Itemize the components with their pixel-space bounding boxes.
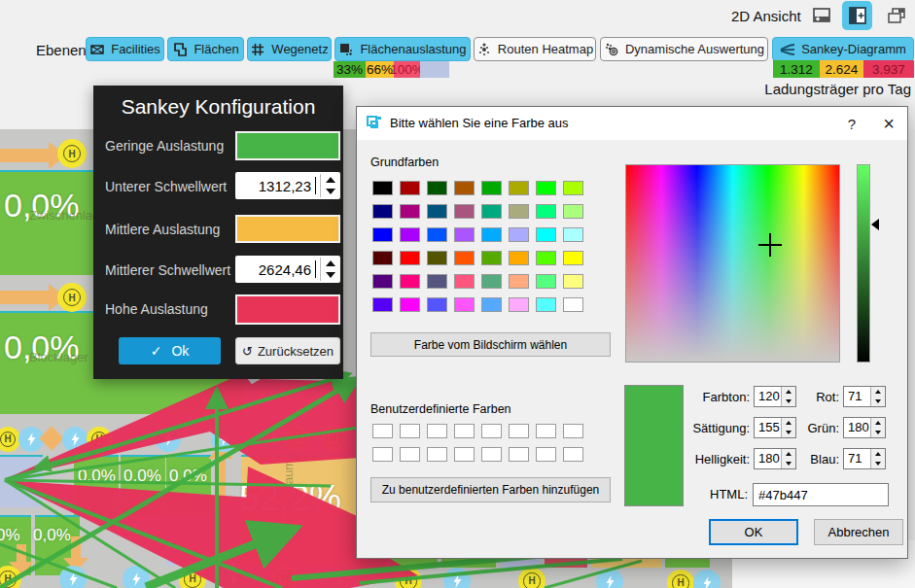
custom-color-swatch[interactable] xyxy=(427,447,447,462)
basic-color-swatch[interactable] xyxy=(563,181,583,195)
basic-color-swatch[interactable] xyxy=(454,297,475,312)
red-spinbox[interactable]: 71 xyxy=(843,386,886,407)
custom-color-swatch[interactable] xyxy=(454,447,475,462)
pick-screen-color-button[interactable]: Farbe vom Bildschirm wählen xyxy=(370,332,611,357)
custom-color-swatch[interactable] xyxy=(509,424,529,438)
basic-color-swatch[interactable] xyxy=(563,227,583,242)
basic-color-swatch[interactable] xyxy=(400,297,420,312)
custom-color-swatch[interactable] xyxy=(481,447,502,462)
basic-color-swatch[interactable] xyxy=(400,181,420,195)
basic-color-swatch[interactable] xyxy=(481,297,502,312)
spin-arrows[interactable] xyxy=(870,449,885,468)
basic-color-swatch[interactable] xyxy=(536,181,556,195)
basic-color-swatch[interactable] xyxy=(509,181,529,195)
toolbar-button-routen-heatmap[interactable]: Routen Heatmap xyxy=(474,37,596,61)
middle-threshold-spinbox[interactable]: 2624,46 xyxy=(235,256,340,283)
basic-color-swatch[interactable] xyxy=(481,274,502,289)
color-crosshair[interactable] xyxy=(758,233,782,257)
lower-threshold-spinbox[interactable]: 1312,23 xyxy=(235,172,340,199)
custom-color-swatch[interactable] xyxy=(563,424,583,438)
low-utilization-color-swatch[interactable] xyxy=(235,131,340,160)
color-cancel-button[interactable]: Abbrechen xyxy=(814,519,903,545)
basic-color-swatch[interactable] xyxy=(536,297,556,312)
basic-color-swatch[interactable] xyxy=(454,274,475,289)
blue-spinbox[interactable]: 71 xyxy=(843,448,886,469)
basic-color-swatch[interactable] xyxy=(427,251,447,265)
add-view-bottom-icon[interactable] xyxy=(810,4,833,27)
basic-color-swatch[interactable] xyxy=(563,204,583,219)
sankey-reset-button[interactable]: ↺ Zurücksetzen xyxy=(235,337,340,364)
toolbar-button-facilities[interactable]: Facilities xyxy=(86,37,164,61)
hue-saturation-picker[interactable] xyxy=(625,164,840,363)
basic-color-swatch[interactable] xyxy=(454,204,475,219)
custom-color-swatch[interactable] xyxy=(427,424,447,438)
basic-color-swatch[interactable] xyxy=(509,227,529,242)
basic-color-swatch[interactable] xyxy=(400,274,420,289)
html-color-input[interactable] xyxy=(753,483,889,506)
basic-color-swatch[interactable] xyxy=(372,181,393,195)
custom-color-swatch[interactable] xyxy=(372,447,393,462)
spin-arrows[interactable] xyxy=(870,387,885,406)
mid-utilization-color-swatch[interactable] xyxy=(235,215,340,243)
toolbar-button-fl-chenauslastung[interactable]: Flächenauslastung xyxy=(334,37,471,61)
spin-arrows[interactable] xyxy=(320,258,340,281)
toolbar-button-sankey-diagramm[interactable]: Sankey-Diagramm xyxy=(772,37,914,61)
help-button[interactable]: ? xyxy=(833,107,870,140)
spin-arrows[interactable] xyxy=(870,418,885,437)
close-button[interactable]: × xyxy=(870,107,907,140)
custom-color-swatch[interactable] xyxy=(509,447,529,462)
basic-color-swatch[interactable] xyxy=(454,227,475,242)
toolbar-button-wegenetz[interactable]: Wegenetz xyxy=(247,37,332,61)
basic-color-swatch[interactable] xyxy=(481,204,502,219)
basic-color-swatch[interactable] xyxy=(400,227,420,242)
basic-color-swatch[interactable] xyxy=(563,274,583,289)
basic-color-swatch[interactable] xyxy=(509,204,529,219)
custom-color-swatch[interactable] xyxy=(400,447,420,462)
add-view-right-icon[interactable] xyxy=(842,1,872,30)
high-utilization-color-swatch[interactable] xyxy=(235,294,340,325)
basic-color-swatch[interactable] xyxy=(372,227,393,242)
custom-color-swatch[interactable] xyxy=(481,424,502,438)
basic-color-swatch[interactable] xyxy=(509,251,529,265)
basic-color-swatch[interactable] xyxy=(427,181,447,195)
basic-color-swatch[interactable] xyxy=(481,181,502,195)
color-ok-button[interactable]: OK xyxy=(709,519,798,545)
add-custom-color-button[interactable]: Zu benutzerdefinierten Farben hinzufügen xyxy=(370,477,611,502)
basic-color-swatch[interactable] xyxy=(536,227,556,242)
spin-arrows[interactable] xyxy=(320,174,340,197)
basic-color-swatch[interactable] xyxy=(400,204,420,219)
custom-color-swatch[interactable] xyxy=(454,424,475,438)
basic-color-swatch[interactable] xyxy=(536,204,556,219)
custom-color-swatch[interactable] xyxy=(536,447,556,462)
basic-color-swatch[interactable] xyxy=(372,204,393,219)
basic-color-swatch[interactable] xyxy=(372,251,393,265)
basic-color-swatch[interactable] xyxy=(536,274,556,289)
value-slider-handle[interactable] xyxy=(871,219,879,230)
basic-color-swatch[interactable] xyxy=(372,274,393,289)
custom-color-swatch[interactable] xyxy=(563,447,583,462)
toolbar-button-fl-chen[interactable]: Flächen xyxy=(167,37,244,61)
basic-color-swatch[interactable] xyxy=(427,274,447,289)
basic-color-swatch[interactable] xyxy=(481,227,502,242)
basic-color-swatch[interactable] xyxy=(427,204,447,219)
basic-color-swatch[interactable] xyxy=(427,297,447,312)
green-spinbox[interactable]: 180 xyxy=(843,417,886,438)
basic-color-swatch[interactable] xyxy=(563,297,583,312)
sankey-ok-button[interactable]: ✓ Ok xyxy=(119,337,221,364)
dialog-titlebar[interactable]: Bitte wählen Sie eine Farbe aus ? × xyxy=(357,107,907,140)
basic-color-swatch[interactable] xyxy=(427,227,447,242)
custom-color-swatch[interactable] xyxy=(536,424,556,438)
basic-color-swatch[interactable] xyxy=(454,181,475,195)
basic-color-swatch[interactable] xyxy=(563,251,583,265)
custom-color-swatch[interactable] xyxy=(372,424,393,438)
basic-color-swatch[interactable] xyxy=(509,297,529,312)
basic-color-swatch[interactable] xyxy=(536,251,556,265)
toolbar-button-dynamische-auswertung[interactable]: Dynamische Auswertung xyxy=(600,37,768,61)
basic-color-swatch[interactable] xyxy=(481,251,502,265)
basic-color-swatch[interactable] xyxy=(400,251,420,265)
basic-color-swatch[interactable] xyxy=(509,274,529,289)
basic-color-swatch[interactable] xyxy=(372,297,393,312)
value-slider[interactable] xyxy=(857,164,870,363)
custom-color-swatch[interactable] xyxy=(400,424,420,438)
floating-windows-icon[interactable] xyxy=(885,4,908,27)
